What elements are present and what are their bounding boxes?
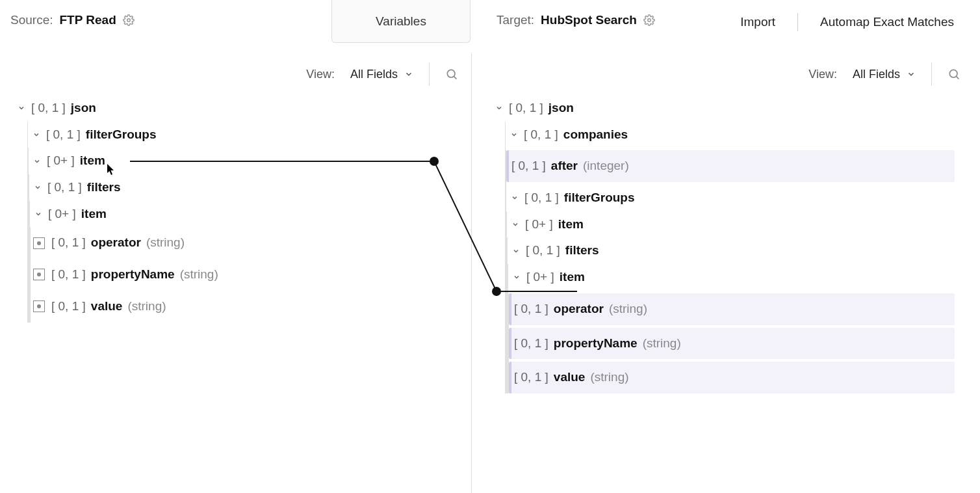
cardinality: [ 0+ ] — [525, 217, 553, 233]
tree-node-filters[interactable]: [ 0, 1 ] filters — [29, 174, 465, 201]
cardinality: [ 0, 1 ] — [51, 235, 86, 251]
source-block: Source: FTP Read — [0, 0, 331, 27]
gear-icon[interactable] — [123, 14, 135, 26]
cardinality: [ 0, 1 ] — [524, 127, 558, 143]
tab-variables[interactable]: Variables — [331, 0, 471, 43]
chevron-down-icon — [907, 70, 916, 79]
node-name: operator — [91, 235, 141, 251]
tree-node-companies[interactable]: [ 0, 1 ] companies — [506, 122, 959, 148]
separator — [429, 62, 430, 86]
import-button[interactable]: Import — [740, 15, 775, 29]
node-name: value — [91, 299, 123, 315]
header-actions: Import Automap Exact Matches — [740, 0, 980, 31]
svg-line-5 — [957, 77, 959, 79]
tree-leaf-operator[interactable]: [ 0, 1 ] operator (string) — [31, 227, 465, 259]
source-value: FTP Read — [59, 13, 116, 27]
cardinality: [ 0, 1 ] — [47, 180, 82, 196]
tree-leaf-value[interactable]: [ 0, 1 ] value (string) — [31, 291, 465, 323]
cardinality: [ 0+ ] — [526, 269, 554, 286]
source-label: Source: — [10, 13, 53, 27]
view-value: All Fields — [350, 68, 398, 81]
node-name: filterGroups — [86, 127, 157, 143]
node-name: filterGroups — [564, 190, 635, 206]
panels: [ 0, 1 ] json [ 0, 1 ] filterGroups [ 0+… — [0, 92, 980, 403]
tree-leaf-propertyname[interactable]: [ 0, 1 ] propertyName (string) — [509, 328, 955, 360]
header: Source: FTP Read Variables Target: HubSp… — [0, 0, 980, 43]
node-name: item — [80, 153, 105, 169]
svg-point-4 — [949, 70, 957, 77]
chevron-down-icon[interactable] — [511, 271, 522, 283]
cardinality: [ 0, 1 ] — [514, 301, 548, 317]
target-block: Target: HubSpot Search — [471, 0, 665, 27]
field-icon — [33, 237, 45, 249]
tree-node-item[interactable]: [ 0+ ] item — [29, 148, 465, 174]
controls-source: View: All Fields — [0, 62, 471, 86]
view-label: View: — [306, 68, 335, 81]
view-value: All Fields — [853, 68, 900, 81]
node-type: (string) — [146, 235, 185, 251]
cardinality: [ 0, 1 ] — [524, 190, 559, 206]
tree-leaf-propertyname[interactable]: [ 0, 1 ] propertyName (string) — [31, 259, 465, 291]
tree-leaf-operator[interactable]: [ 0, 1 ] operator (string) — [509, 293, 955, 325]
node-name: filters — [87, 180, 121, 196]
field-icon — [33, 269, 45, 280]
node-name: item — [81, 206, 107, 222]
tree-node-json[interactable]: [ 0, 1 ] json — [491, 95, 959, 122]
node-name: item — [560, 269, 585, 286]
cardinality: [ 0, 1 ] — [514, 369, 548, 386]
tree-node-json[interactable]: [ 0, 1 ] json — [13, 95, 465, 122]
chevron-down-icon[interactable] — [509, 192, 521, 204]
node-name: companies — [563, 127, 628, 143]
svg-point-2 — [447, 70, 455, 77]
source-tree: [ 0, 1 ] json [ 0, 1 ] filterGroups [ 0+… — [0, 92, 471, 403]
tree-node-item[interactable]: [ 0+ ] item — [508, 264, 959, 291]
cardinality: [ 0, 1 ] — [514, 336, 548, 352]
cardinality: [ 0, 1 ] — [511, 158, 546, 174]
search-icon[interactable] — [948, 68, 961, 81]
target-value: HubSpot Search — [541, 13, 637, 27]
target-tree: [ 0, 1 ] json [ 0, 1 ] companies [ 0, 1 … — [471, 92, 965, 403]
node-type: (string) — [180, 267, 218, 283]
chevron-down-icon[interactable] — [32, 208, 44, 220]
chevron-down-icon[interactable] — [510, 245, 522, 257]
chevron-down-icon[interactable] — [508, 129, 520, 140]
tree-node-filtergroups[interactable]: [ 0, 1 ] filterGroups — [28, 122, 465, 148]
separator — [797, 13, 798, 31]
chevron-down-icon[interactable] — [31, 155, 43, 167]
cardinality: [ 0, 1 ] — [31, 100, 66, 116]
node-name: propertyName — [554, 336, 638, 352]
chevron-down-icon[interactable] — [32, 181, 44, 193]
tree-leaf-value[interactable]: [ 0, 1 ] value (string) — [509, 362, 955, 393]
node-name: after — [551, 158, 578, 174]
tree-leaf-after[interactable]: [ 0, 1 ] after (integer) — [506, 150, 955, 182]
cardinality: [ 0, 1 ] — [51, 299, 86, 315]
controls-row: View: All Fields View: All Fields — [0, 43, 980, 92]
tree-node-item[interactable]: [ 0+ ] item — [507, 211, 959, 238]
node-type: (string) — [127, 299, 166, 315]
tree-node-filtergroups[interactable]: [ 0, 1 ] filterGroups — [506, 185, 959, 211]
variables-tab-label: Variables — [376, 14, 426, 29]
node-name: filters — [565, 243, 599, 259]
node-name: json — [71, 100, 96, 116]
svg-point-0 — [127, 19, 131, 22]
chevron-down-icon[interactable] — [31, 129, 42, 140]
node-type: (string) — [609, 301, 647, 317]
automap-button[interactable]: Automap Exact Matches — [820, 15, 954, 29]
target-label: Target: — [496, 13, 534, 27]
tree-node-item[interactable]: [ 0+ ] item — [30, 201, 465, 228]
tree-node-filters[interactable]: [ 0, 1 ] filters — [508, 237, 959, 264]
gear-icon[interactable] — [643, 14, 655, 26]
chevron-down-icon[interactable] — [16, 102, 27, 114]
cardinality: [ 0, 1 ] — [46, 127, 81, 143]
node-name: json — [548, 100, 574, 116]
chevron-down-icon[interactable] — [509, 219, 521, 230]
svg-point-1 — [648, 19, 651, 22]
search-icon[interactable] — [445, 68, 458, 81]
node-name: value — [554, 369, 586, 386]
cardinality: [ 0+ ] — [48, 206, 76, 222]
chevron-down-icon[interactable] — [493, 102, 505, 114]
view-select[interactable]: All Fields — [350, 68, 413, 81]
view-select[interactable]: All Fields — [853, 68, 916, 81]
field-icon — [33, 300, 45, 312]
cardinality: [ 0, 1 ] — [526, 243, 560, 259]
